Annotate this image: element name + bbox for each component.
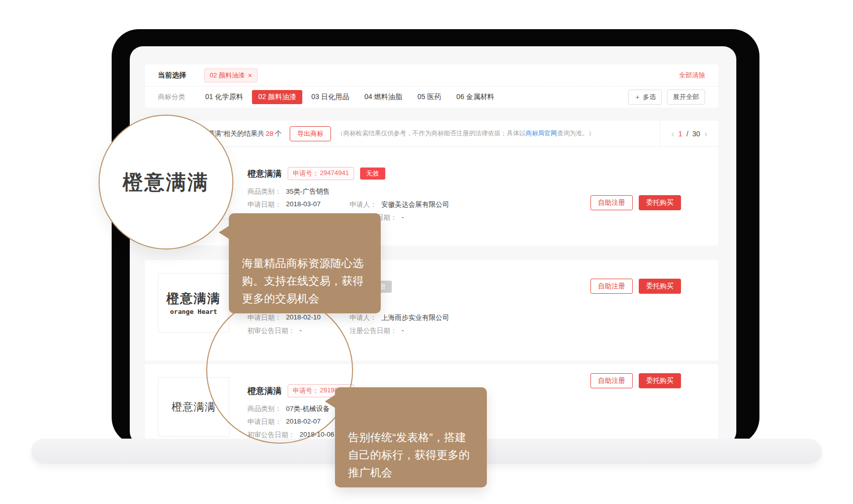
entrust-buy-button[interactable]: 委托购买: [639, 195, 681, 210]
close-icon[interactable]: ×: [248, 72, 252, 79]
row-actions: 自助注册 委托购买: [590, 373, 681, 388]
field-value: 2018-03-07: [286, 200, 321, 209]
application-number-value: 29474941: [320, 169, 349, 178]
disclaimer-prefix: （商标检索结果仅供参考，不作为商标能否注册的法律依据；具体以: [337, 130, 526, 137]
trademark-thumbnail: 橙意满满 orange Heart: [158, 273, 229, 332]
application-number-badge: 申请号：29474941: [288, 167, 354, 180]
pagination-separator: /: [687, 130, 689, 138]
callout-text: 海量精品商标资源随心选 购。支持在线交易，获得 更多的交易机会: [242, 257, 364, 305]
status-badge: 无效: [360, 167, 385, 180]
trademark-title-line: 橙意满满 申请号：29474941 无效: [247, 167, 385, 180]
pagination-prev-icon[interactable]: ‹: [671, 129, 674, 138]
trademark-office-link[interactable]: 商标局官网: [526, 130, 557, 137]
category-label: 商标分类: [158, 93, 185, 102]
thumbnail-subtext: orange Heart: [170, 308, 217, 315]
callout-promotion: 告别传统“发表格”，搭建 自己的标行，获得更多的 推广机会: [335, 387, 487, 487]
magnifier-circle-2: [206, 297, 353, 444]
filter-actions: ＋ 多选 展开全部: [628, 90, 705, 105]
application-number-label: 申请号：: [293, 169, 319, 178]
category-item-05[interactable]: 05 医药: [411, 90, 447, 104]
pagination-next-icon[interactable]: ›: [704, 129, 707, 138]
disclaimer-suffix: 查询为准。）: [557, 130, 595, 137]
field-label: 申请人：: [350, 200, 377, 209]
pagination-current-page: 1: [678, 130, 683, 138]
field-value: 35类-广告销售: [286, 187, 330, 196]
field-value: 上海雨步实业有限公司: [381, 313, 449, 322]
thumbnail-text: 橙意满满: [166, 290, 221, 307]
results-disclaimer: （商标检索结果仅供参考，不作为商标能否注册的法律依据；具体以商标局官网查询为准。…: [337, 129, 595, 138]
category-item-01[interactable]: 01 化学原料: [199, 90, 249, 104]
pagination: ‹ 1 / 30 ›: [660, 121, 718, 147]
category-item-03[interactable]: 03 日化用品: [305, 90, 355, 104]
export-trademarks-button[interactable]: 导出商标: [290, 126, 331, 141]
field-value: -: [402, 326, 404, 335]
summary-unit: 个: [275, 130, 282, 137]
row-actions: 自助注册 委托购买: [590, 195, 681, 210]
plus-icon: ＋: [634, 93, 641, 102]
multi-select-button[interactable]: ＋ 多选: [628, 90, 662, 105]
category-list: 01 化学原料 02 颜料油漆 03 日化用品 04 燃料油脂 05 医药 06…: [199, 90, 500, 104]
category-item-06[interactable]: 06 金属材料: [450, 90, 500, 104]
filter-panel: 当前选择 02 颜料油漆 × 全部清除 商标分类 01 化学原料 02 颜料油漆…: [145, 64, 718, 108]
self-register-button[interactable]: 自助注册: [590, 195, 633, 210]
callout-marketplace: 海量精品商标资源随心选 购。支持在线交易，获得 更多的交易机会: [229, 213, 381, 313]
field-label: 申请人：: [350, 313, 377, 322]
field-value: -: [402, 213, 404, 222]
trademark-search-mockup: 当前选择 02 颜料油漆 × 全部清除 商标分类 01 化学原料 02 颜料油漆…: [0, 0, 853, 504]
thumbnail-text: 橙意满满: [172, 400, 216, 414]
self-register-button[interactable]: 自助注册: [590, 373, 633, 388]
field-label: 注册公告日期：: [350, 326, 397, 335]
callout-arrow-left-icon: [219, 225, 230, 239]
trademark-name: 橙意满满: [247, 168, 282, 180]
current-selection-row: 当前选择 02 颜料油漆 × 全部清除: [145, 64, 718, 87]
pagination-total-pages: 30: [693, 130, 701, 138]
entrust-buy-button[interactable]: 委托购买: [639, 279, 681, 294]
results-count: 28: [266, 130, 274, 137]
clear-all-link[interactable]: 全部清除: [679, 71, 705, 80]
row-actions: 自助注册 委托购买: [590, 279, 681, 294]
apply-date-applicant-line: 申请日期： 2018-03-07 申请人： 安徽美达会展有限公司: [247, 200, 449, 209]
category-item-02-active[interactable]: 02 颜料油漆: [252, 90, 302, 104]
category-field: 商品类别： 35类-广告销售: [247, 187, 330, 196]
entrust-buy-button[interactable]: 委托购买: [639, 373, 681, 388]
field-label: 商品类别：: [247, 187, 282, 196]
callout-text: 告别传统“发表格”，搭建 自己的标行，获得更多的 推广机会: [348, 431, 470, 479]
field-value: 安徽美达会展有限公司: [381, 200, 449, 209]
magnified-trademark-text: 橙意满满: [123, 169, 209, 196]
magnifier-circle-1: 橙意满满: [99, 115, 233, 249]
selected-filter-tag-label: 02 颜料油漆: [210, 71, 245, 80]
field-label: 申请日期：: [247, 200, 282, 209]
selected-filter-tag[interactable]: 02 颜料油漆 ×: [204, 68, 258, 82]
current-selection-label: 当前选择: [158, 71, 186, 80]
category-item-04[interactable]: 04 燃料油脂: [358, 90, 408, 104]
results-header: 为您检索到“橙意满满”相关的结果共28个 导出商标 （商标检索结果仅供参考，不作…: [145, 121, 718, 147]
category-row: 商标分类 01 化学原料 02 颜料油漆 03 日化用品 04 燃料油脂 05 …: [145, 87, 718, 107]
callout-arrow-left-icon: [325, 394, 336, 408]
multi-select-label: 多选: [643, 93, 656, 102]
expand-all-button[interactable]: 展开全部: [667, 90, 705, 105]
self-register-button[interactable]: 自助注册: [590, 279, 633, 294]
